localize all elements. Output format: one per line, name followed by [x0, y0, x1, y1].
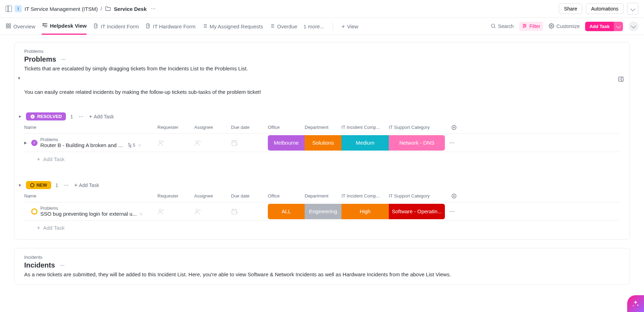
- tab-more-label: 1 more...: [304, 23, 324, 29]
- complexity-tag[interactable]: Medium: [341, 135, 389, 151]
- row-more-icon[interactable]: ···: [445, 208, 459, 215]
- automations-button[interactable]: Automations: [586, 4, 624, 14]
- assignee-cell[interactable]: [194, 139, 231, 146]
- automations-dropdown-button[interactable]: [627, 3, 638, 15]
- tab-overview[interactable]: Overview: [6, 18, 35, 35]
- breadcrumb-leaf[interactable]: Service Desk: [114, 6, 147, 12]
- status-pill-resolved[interactable]: RESOLVED: [26, 112, 66, 120]
- status-dot-new-icon[interactable]: [31, 208, 38, 215]
- tab-it-hardware-form[interactable]: IT Hardware Form: [145, 18, 195, 35]
- col-assignee[interactable]: Assignee: [194, 193, 231, 200]
- add-task-row[interactable]: + Add Task: [24, 221, 620, 232]
- add-task-button[interactable]: Add Task: [585, 22, 614, 31]
- breadcrumb-separator: /: [101, 6, 102, 12]
- col-due-date[interactable]: Due date: [231, 193, 268, 200]
- ai-assistant-fab[interactable]: [627, 295, 644, 312]
- card-more-icon[interactable]: ···: [59, 262, 66, 269]
- col-complexity[interactable]: IT Incident Comp...: [341, 193, 389, 200]
- group-resolved: ▼ RESOLVED 1 ··· + Add Task Name Request…: [24, 112, 620, 164]
- tab-it-incident-form[interactable]: IT Incident Form: [93, 18, 139, 35]
- requester-cell[interactable]: [157, 139, 194, 146]
- task-name[interactable]: Router B - Building A broken and n...: [40, 142, 124, 148]
- group-more-icon[interactable]: ···: [77, 113, 84, 120]
- col-category[interactable]: IT Support Category: [389, 125, 445, 131]
- collapse-toolbar-button[interactable]: [629, 21, 638, 31]
- add-column-button[interactable]: [445, 193, 459, 200]
- col-office[interactable]: Office: [268, 193, 305, 200]
- add-task-row[interactable]: + Add Task: [24, 152, 620, 164]
- tab-helpdesk-view[interactable]: Helpdesk View: [42, 18, 87, 35]
- col-complexity[interactable]: IT Incident Comp...: [341, 125, 389, 131]
- view-tabs: Overview Helpdesk View IT Incident Form …: [6, 18, 358, 35]
- requester-cell[interactable]: [157, 208, 194, 215]
- space-info-icon[interactable]: i: [15, 5, 22, 12]
- assignee-cell[interactable]: [194, 208, 231, 215]
- office-tag[interactable]: Melbourne: [268, 135, 305, 151]
- folder-icon: [105, 6, 111, 12]
- toggle-side-panel-icon[interactable]: [618, 76, 624, 82]
- svg-rect-0: [6, 24, 8, 26]
- col-name[interactable]: Name: [24, 193, 157, 200]
- drag-handle-icon[interactable]: ≡: [138, 143, 141, 148]
- problems-card: Problems Problems ··· Tickets that are e…: [14, 42, 630, 240]
- table-row[interactable]: ▶ ✓ Problems Router B - Building A broke…: [24, 134, 620, 152]
- col-requester[interactable]: Requester: [157, 125, 194, 131]
- form-icon: [93, 23, 99, 30]
- drag-handle-icon[interactable]: ≡: [140, 211, 142, 217]
- add-view-button[interactable]: + View: [341, 18, 358, 35]
- grid-icon: [6, 23, 11, 30]
- task-name[interactable]: SSO bug preventing login for external u.…: [40, 211, 137, 217]
- card-description-1: Tickets that are escalated by simply dra…: [24, 65, 620, 71]
- chevron-down-icon: [631, 23, 636, 28]
- category-tag[interactable]: Network - DNS: [389, 135, 445, 151]
- col-department[interactable]: Department: [305, 193, 341, 200]
- due-date-cell[interactable]: [231, 208, 268, 215]
- svg-point-52: [196, 209, 198, 212]
- expand-row-icon[interactable]: ▶: [24, 141, 28, 145]
- subtask-count[interactable]: 5: [127, 143, 135, 148]
- col-office[interactable]: Office: [268, 125, 305, 131]
- col-department[interactable]: Department: [305, 125, 341, 131]
- col-category[interactable]: IT Support Category: [389, 193, 445, 200]
- table-row[interactable]: Problems SSO bug preventing login for ex…: [24, 202, 620, 221]
- category-tag[interactable]: Software - Operatin...: [389, 204, 445, 219]
- tab-my-assigned[interactable]: My Assigned Requests: [202, 18, 263, 35]
- collapse-card-icon[interactable]: ▼: [17, 76, 21, 80]
- add-task-dropdown-button[interactable]: [614, 22, 623, 31]
- card-title[interactable]: Problems: [24, 55, 56, 63]
- row-more-icon[interactable]: ···: [445, 139, 459, 146]
- breadcrumb-more-icon[interactable]: ···: [149, 6, 157, 12]
- share-button[interactable]: Share: [559, 4, 582, 14]
- group-header: ▼ RESOLVED 1 ··· + Add Task: [24, 112, 620, 120]
- col-due-date[interactable]: Due date: [231, 125, 268, 131]
- col-name[interactable]: Name: [24, 125, 157, 131]
- department-tag[interactable]: Solutions: [305, 135, 341, 151]
- status-dot-resolved-icon[interactable]: ✓: [31, 140, 38, 146]
- card-title[interactable]: Incidents: [24, 261, 55, 269]
- tab-overdue[interactable]: Overdue: [269, 18, 297, 35]
- group-header: ▼ NEW 1 ··· + Add Task: [24, 181, 620, 189]
- due-date-cell[interactable]: [231, 139, 268, 146]
- group-add-task-button[interactable]: + Add Task: [74, 182, 99, 188]
- group-add-task-button[interactable]: + Add Task: [89, 113, 114, 119]
- complexity-tag[interactable]: High: [341, 204, 389, 219]
- group-more-icon[interactable]: ···: [62, 182, 70, 188]
- name-cell: Problems SSO bug preventing login for ex…: [24, 206, 157, 217]
- collapse-group-icon[interactable]: ▼: [18, 115, 22, 119]
- customize-button[interactable]: Customize: [549, 23, 579, 30]
- office-tag[interactable]: ALL: [268, 204, 305, 219]
- breadcrumb-root[interactable]: IT Service Management (ITSM): [25, 6, 98, 12]
- sidebar-toggle-icon[interactable]: [6, 6, 12, 12]
- add-column-button[interactable]: [445, 125, 459, 131]
- department-tag[interactable]: Engineering: [305, 204, 341, 219]
- status-pill-new[interactable]: NEW: [26, 181, 51, 189]
- filter-button[interactable]: Filter: [519, 22, 543, 31]
- search-button[interactable]: Search: [490, 23, 514, 30]
- card-more-icon[interactable]: ···: [60, 56, 67, 63]
- tab-more-views[interactable]: 1 more...: [304, 18, 324, 35]
- col-requester[interactable]: Requester: [157, 193, 194, 200]
- collapse-group-icon[interactable]: ▼: [18, 183, 22, 187]
- col-assignee[interactable]: Assignee: [194, 125, 231, 131]
- search-label: Search: [498, 23, 514, 29]
- tab-overdue-label: Overdue: [277, 23, 297, 29]
